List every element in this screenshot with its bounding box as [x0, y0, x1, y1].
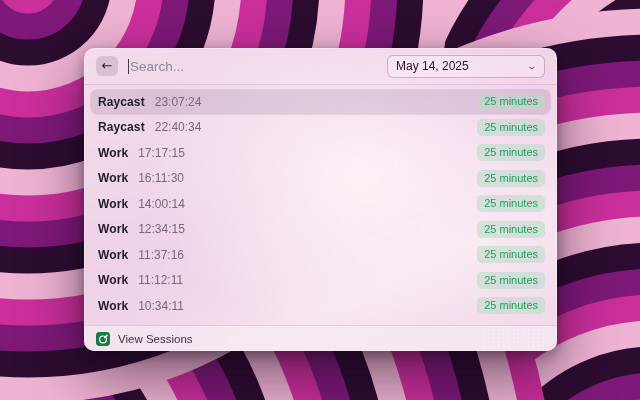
session-row[interactable]: Work 16:11:30 25 minutes [90, 166, 551, 192]
session-time: 14:00:14 [138, 197, 185, 211]
desktop: ← Search... May 14, 2025 ⌄ Raycast 23:07… [0, 0, 640, 400]
session-name: Work [98, 146, 128, 160]
session-row[interactable]: Raycast 23:07:24 25 minutes [90, 89, 551, 115]
window-footer: View Sessions [84, 325, 557, 351]
session-row[interactable]: Work 14:00:14 25 minutes [90, 191, 551, 217]
date-dropdown-value: May 14, 2025 [396, 59, 469, 73]
session-duration-badge: 25 minutes [477, 246, 545, 263]
session-name: Work [98, 197, 128, 211]
session-name: Raycast [98, 95, 145, 109]
session-time: 10:34:11 [138, 299, 184, 313]
session-row[interactable]: Work 11:37:16 25 minutes [90, 242, 551, 268]
session-time: 11:12:11 [138, 273, 183, 287]
session-duration-badge: 25 minutes [477, 221, 545, 238]
session-time: 17:17:15 [138, 146, 185, 160]
session-time: 22:40:34 [155, 120, 202, 134]
window-header: ← Search... May 14, 2025 ⌄ [84, 48, 557, 84]
session-duration-badge: 25 minutes [477, 93, 545, 110]
timer-app-icon [96, 332, 110, 346]
session-time: 16:11:30 [138, 171, 184, 185]
session-time: 11:37:16 [138, 248, 184, 262]
search-input[interactable]: Search... [128, 59, 377, 74]
session-duration-badge: 25 minutes [477, 119, 545, 136]
session-duration-badge: 25 minutes [477, 144, 545, 161]
session-duration-badge: 25 minutes [477, 195, 545, 212]
session-row[interactable]: Work 10:34:11 25 minutes [90, 293, 551, 319]
session-name: Raycast [98, 120, 145, 134]
date-dropdown[interactable]: May 14, 2025 ⌄ [387, 55, 545, 78]
back-button[interactable]: ← [96, 56, 118, 76]
session-duration-badge: 25 minutes [477, 297, 545, 314]
session-duration-badge: 25 minutes [477, 170, 545, 187]
session-duration-badge: 25 minutes [477, 272, 545, 289]
session-name: Work [98, 248, 128, 262]
session-time: 12:34:15 [138, 222, 185, 236]
session-row[interactable]: Raycast 22:40:34 25 minutes [90, 115, 551, 141]
text-caret [128, 59, 129, 74]
view-sessions-action[interactable]: View Sessions [118, 333, 193, 345]
session-name: Work [98, 299, 128, 313]
timer-sessions-window: ← Search... May 14, 2025 ⌄ Raycast 23:07… [84, 48, 557, 351]
search-placeholder: Search... [130, 59, 184, 74]
session-name: Work [98, 222, 128, 236]
session-list: Raycast 23:07:24 25 minutes Raycast 22:4… [84, 85, 557, 323]
session-name: Work [98, 273, 128, 287]
back-arrow-icon: ← [102, 56, 113, 76]
chevron-down-icon: ⌄ [527, 62, 538, 71]
session-row[interactable]: Work 11:12:11 25 minutes [90, 268, 551, 294]
session-time: 23:07:24 [155, 95, 202, 109]
session-row[interactable]: Work 12:34:15 25 minutes [90, 217, 551, 243]
session-row[interactable]: Work 17:17:15 25 minutes [90, 140, 551, 166]
session-name: Work [98, 171, 128, 185]
